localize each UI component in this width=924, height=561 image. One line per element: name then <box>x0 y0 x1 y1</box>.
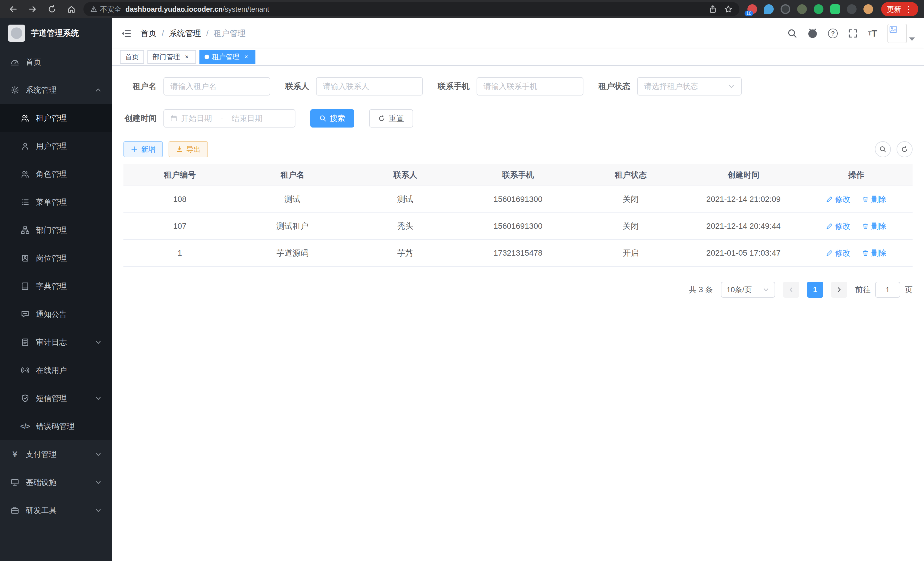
extension-icon-6[interactable] <box>830 4 840 14</box>
next-page-button[interactable] <box>831 282 847 298</box>
cell-status: 关闭 <box>574 186 687 213</box>
reset-button[interactable]: 重置 <box>369 109 413 128</box>
sidebar-menu: 首页 系统管理 租户管理 用户管理 <box>0 48 112 524</box>
prev-page-button[interactable] <box>783 282 799 298</box>
app-logo[interactable]: 芋道管理系统 <box>0 18 112 48</box>
help-icon[interactable]: ? <box>828 29 838 38</box>
header-search-icon[interactable] <box>788 29 797 38</box>
tag-dept[interactable]: 部门管理 × <box>147 50 196 64</box>
cell-created: 2021-12-14 20:49:44 <box>687 213 800 240</box>
search-button[interactable]: 搜索 <box>310 109 354 128</box>
breadcrumb-home[interactable]: 首页 <box>141 28 157 39</box>
status-select[interactable]: 请选择租户状态 <box>637 77 742 96</box>
tenant-name-input[interactable] <box>170 82 263 91</box>
sidebar-item-audit-log[interactable]: 审计日志 <box>0 328 112 356</box>
sidebar-item-user[interactable]: 用户管理 <box>0 132 112 160</box>
mobile-input[interactable] <box>483 82 577 91</box>
chevron-left-icon <box>788 286 795 293</box>
sidebar-item-notice[interactable]: 通知公告 <box>0 300 112 328</box>
col-contact: 联系人 <box>349 164 462 186</box>
table-row: 1 芋道源码 芋艿 17321315478 开启 2021-01-05 17:0… <box>123 240 913 266</box>
sidebar-item-post[interactable]: 岗位管理 <box>0 244 112 272</box>
sidebar-item-menu[interactable]: 菜单管理 <box>0 188 112 216</box>
bookmark-star-icon[interactable] <box>724 5 733 14</box>
tag-label: 租户管理 <box>212 52 239 62</box>
contact-input[interactable] <box>323 82 416 91</box>
sidebar-item-online-users[interactable]: 在线用户 <box>0 356 112 384</box>
contact-input-wrap <box>316 77 423 96</box>
sidebar-item-error-code[interactable]: </> 错误码管理 <box>0 412 112 440</box>
reload-icon[interactable] <box>45 2 59 17</box>
page-size-value: 10条/页 <box>727 285 752 295</box>
delete-link[interactable]: 删除 <box>862 221 886 231</box>
sidebar-item-payment[interactable]: ¥ 支付管理 <box>0 440 112 468</box>
chevron-down-icon <box>95 395 102 402</box>
code-icon: </> <box>21 422 30 430</box>
user-icon <box>21 142 30 150</box>
extension-icon-2[interactable] <box>764 4 774 14</box>
date-range-picker[interactable]: 开始日期 - 结束日期 <box>164 109 296 128</box>
sidebar-item-sms[interactable]: 短信管理 <box>0 384 112 412</box>
font-size-icon[interactable]: TT <box>868 29 877 38</box>
sidebar-fold-icon[interactable] <box>121 28 131 39</box>
forward-icon[interactable] <box>25 2 40 17</box>
extension-icon-8[interactable] <box>863 4 873 14</box>
sidebar-item-dept[interactable]: 部门管理 <box>0 216 112 244</box>
share-icon[interactable] <box>709 5 717 14</box>
user-avatar[interactable] <box>887 24 915 43</box>
github-icon[interactable] <box>807 28 818 39</box>
sidebar-item-home[interactable]: 首页 <box>0 48 112 76</box>
sidebar-item-label: 部门管理 <box>36 225 67 235</box>
calendar-icon <box>170 115 177 122</box>
close-icon[interactable]: × <box>242 53 250 61</box>
sidebar-item-dict[interactable]: 字典管理 <box>0 272 112 300</box>
sidebar-item-system[interactable]: 系统管理 <box>0 76 112 104</box>
sidebar-item-label: 审计日志 <box>36 337 67 347</box>
tag-tenant-active[interactable]: 租户管理 × <box>200 50 255 64</box>
kebab-menu-icon[interactable]: ⋮ <box>904 5 913 14</box>
url-bar[interactable]: 不安全 dashboard.yudao.iocoder.cn/system/te… <box>83 2 740 16</box>
sidebar-item-devtool[interactable]: 研发工具 <box>0 496 112 524</box>
sidebar-item-label: 基础设施 <box>26 477 57 487</box>
fullscreen-icon[interactable] <box>848 29 858 38</box>
export-button[interactable]: 导出 <box>169 141 208 157</box>
delete-link[interactable]: 删除 <box>862 248 886 258</box>
goto-page-input[interactable] <box>875 282 900 298</box>
edit-link[interactable]: 修改 <box>826 194 850 205</box>
sidebar: 芋道管理系统 首页 系统管理 租户管理 <box>0 18 112 561</box>
page-number-1[interactable]: 1 <box>807 282 823 298</box>
table-row: 107 测试租户 秃头 15601691300 关闭 2021-12-14 20… <box>123 213 913 240</box>
delete-link[interactable]: 删除 <box>862 194 886 205</box>
sidebar-item-label: 字典管理 <box>36 281 67 291</box>
pagination-total: 共 3 条 <box>689 284 713 295</box>
breadcrumb-current: 租户管理 <box>214 28 246 39</box>
extension-icon-4[interactable] <box>797 4 807 14</box>
tag-home[interactable]: 首页 <box>120 50 144 64</box>
chrome-update-button[interactable]: 更新 ⋮ <box>881 2 918 16</box>
extension-icon-5[interactable] <box>814 4 824 14</box>
extension-icon-7[interactable] <box>847 4 856 14</box>
add-button[interactable]: 新增 <box>123 141 163 157</box>
sidebar-item-role[interactable]: 角色管理 <box>0 160 112 188</box>
shield-icon <box>21 394 30 403</box>
refresh-table-button[interactable] <box>897 141 913 157</box>
page-size-select[interactable]: 10条/页 <box>721 282 775 298</box>
edit-link[interactable]: 修改 <box>826 221 850 231</box>
sidebar-item-label: 通知公告 <box>36 309 67 319</box>
sidebar-item-infra[interactable]: 基础设施 <box>0 468 112 496</box>
cell-mobile: 15601691300 <box>462 213 574 240</box>
field-label: 联系手机 <box>438 81 470 92</box>
edit-link[interactable]: 修改 <box>826 248 850 258</box>
security-chip[interactable]: 不安全 <box>90 5 122 14</box>
cell-created: 2021-12-14 21:02:09 <box>687 186 800 213</box>
toggle-search-button[interactable] <box>875 141 891 157</box>
cell-created: 2021-01-05 17:03:47 <box>687 240 800 266</box>
extension-icon-1[interactable]: 10 <box>747 4 757 14</box>
sidebar-item-tenant[interactable]: 租户管理 <box>0 104 112 132</box>
document-icon <box>21 338 30 347</box>
extension-icon-3[interactable] <box>781 4 790 14</box>
close-icon[interactable]: × <box>183 53 191 61</box>
home-icon[interactable] <box>64 2 79 17</box>
back-icon[interactable] <box>6 2 21 17</box>
monitor-icon <box>10 478 20 487</box>
